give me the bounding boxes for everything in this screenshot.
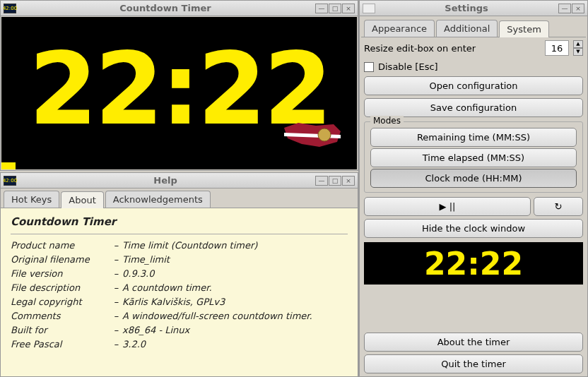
help-minimize-button[interactable]: — [315, 176, 328, 186]
tab-appearance[interactable]: Appearance [364, 20, 435, 37]
tab-hot-keys[interactable]: Hot Keys [4, 191, 59, 208]
maximize-button[interactable]: □ [329, 4, 341, 13]
reload-button[interactable]: ↻ [534, 197, 583, 216]
about-the-timer-button[interactable]: About the timer [364, 333, 583, 352]
disable-esc-checkbox[interactable] [364, 62, 374, 72]
about-info-row: File version–0.9.3.0 [11, 268, 348, 279]
help-tabs: Hot Keys About Acknowledgements [1, 188, 358, 208]
open-configuration-button[interactable]: Open configuration [364, 76, 583, 95]
info-value: Time limit (Countdown timer) [122, 240, 348, 251]
info-value: 0.9.3.0 [122, 268, 348, 279]
about-info-row: Comments–A windowed/full-screen countdow… [11, 311, 348, 321]
help-close-button[interactable]: × [342, 176, 355, 186]
tab-about[interactable]: About [61, 191, 103, 208]
resize-spinner[interactable]: ▲▼ [573, 40, 583, 56]
help-window: Hot Keys About Acknowledgements Countdow… [0, 188, 358, 377]
about-info-row: Legal copyright–Kārlis Kalviškis, GPLv3 [11, 297, 348, 307]
info-dash: – [110, 339, 122, 349]
info-dash: – [110, 282, 122, 293]
help-maximize-button[interactable]: □ [329, 176, 341, 186]
settings-close-button[interactable]: × [572, 4, 584, 13]
modes-legend: Modes [370, 116, 404, 126]
about-info-row: File description–A countdown timer. [11, 282, 348, 293]
svg-point-0 [318, 128, 331, 141]
settings-window-title: Settings [375, 3, 558, 13]
info-label: Comments [11, 311, 110, 321]
about-info-row: Free Pascal–3.2.0 [11, 339, 348, 349]
timer-display: 22:22 [1, 17, 357, 162]
info-value: A countdown timer. [122, 282, 348, 293]
info-value: A windowed/full-screen countdown timer. [122, 311, 348, 321]
info-label: Free Pascal [11, 339, 110, 349]
quit-the-timer-button[interactable]: Quit the timer [364, 354, 583, 373]
info-dash: – [110, 240, 122, 251]
settings-tabs: Appearance Additional System [361, 18, 586, 37]
tab-additional[interactable]: Additional [436, 20, 498, 37]
timer-window-title: Countdown Timer [16, 3, 314, 13]
close-button[interactable]: × [342, 4, 355, 13]
info-dash: – [110, 268, 122, 279]
remaining-time-button[interactable]: Remaining time (MM:SS) [370, 128, 577, 147]
spin-up-icon[interactable]: ▲ [573, 40, 583, 48]
help-app-icon: 42:00 [4, 176, 16, 186]
minimize-button[interactable]: — [315, 4, 328, 13]
help-titlebar: 42:00 Help — □ × [0, 172, 358, 188]
about-panel: Countdown Timer Product name–Time limit … [1, 208, 358, 376]
about-heading: Countdown Timer [11, 215, 348, 228]
info-dash: – [110, 254, 122, 265]
tab-system[interactable]: System [499, 20, 548, 37]
disable-esc-label: Disable [Esc] [378, 61, 438, 72]
clock-mode-button[interactable]: Clock mode (HH:MM) [370, 169, 577, 188]
save-configuration-button[interactable]: Save configuration [364, 98, 583, 117]
info-dash: – [110, 297, 122, 307]
settings-titlebar: Settings — × [359, 0, 588, 16]
modes-fieldset: Modes Remaining time (MM:SS) Time elapse… [364, 121, 583, 193]
time-elapsed-button[interactable]: Time elapsed (MM:SS) [370, 148, 577, 167]
settings-minimize-button[interactable]: — [558, 4, 571, 13]
play-pause-button[interactable]: ▶ || [364, 197, 531, 216]
info-value: Time_limit [122, 254, 348, 265]
info-label: Built for [11, 325, 110, 335]
timer-window: 22:22 [0, 16, 358, 171]
info-label: Original filename [11, 254, 110, 265]
info-dash: – [110, 311, 122, 321]
about-info-row: Product name–Time limit (Countdown timer… [11, 240, 348, 251]
clock-preview: 22:22 [364, 242, 583, 285]
tab-acknowledgements[interactable]: Acknowledgements [105, 191, 211, 208]
info-value: Kārlis Kalviškis, GPLv3 [122, 297, 348, 307]
timer-progress-bar [1, 162, 16, 169]
timer-titlebar: 42:00 Countdown Timer — □ × [0, 0, 358, 16]
info-value: 3.2.0 [122, 339, 348, 349]
timer-app-icon: 42:00 [4, 4, 16, 13]
info-label: File description [11, 282, 110, 293]
info-label: Product name [11, 240, 110, 251]
info-value: x86_64 - Linux [122, 325, 348, 335]
about-info-row: Original filename–Time_limit [11, 254, 348, 265]
help-window-title: Help [16, 175, 314, 186]
settings-window: Appearance Additional System Resize edit… [359, 16, 588, 377]
resize-editbox-input[interactable] [545, 40, 569, 56]
timer-progress [1, 162, 357, 169]
latvia-flag-icon [281, 117, 344, 152]
hide-clock-window-button[interactable]: Hide the clock window [364, 219, 583, 238]
clock-preview-text: 22:22 [424, 246, 523, 282]
settings-app-icon [363, 4, 375, 13]
info-label: Legal copyright [11, 297, 110, 307]
spin-down-icon[interactable]: ▼ [573, 48, 583, 56]
info-label: File version [11, 268, 110, 279]
about-info-row: Built for–x86_64 - Linux [11, 325, 348, 335]
resize-label: Resize edit-box on enter [364, 43, 541, 54]
info-dash: – [110, 325, 122, 335]
